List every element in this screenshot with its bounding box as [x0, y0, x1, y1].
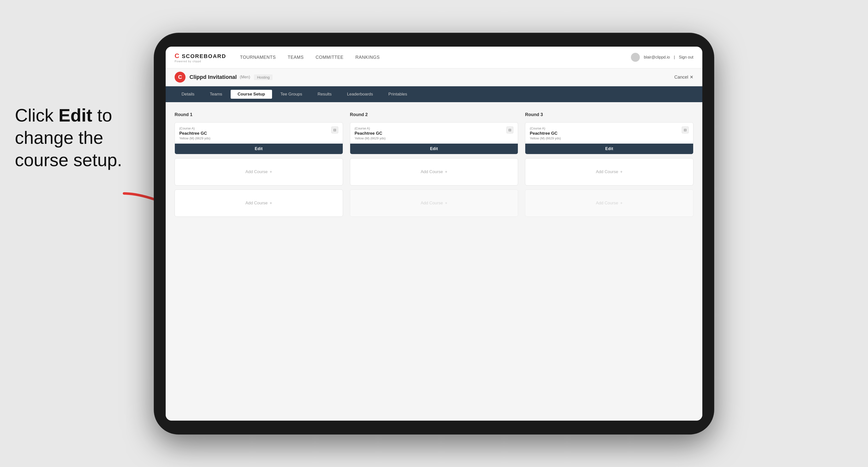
instruction-prefix: Click	[15, 105, 59, 125]
round-3-course-name: Peachtree GC	[530, 131, 682, 136]
round-1-course-info: (Course A) Peachtree GC Yellow (M) (6629…	[179, 126, 331, 140]
nav-committee[interactable]: COMMITTEE	[316, 55, 344, 60]
round-3-course-details: Yellow (M) (6629 yds)	[530, 136, 682, 140]
round-1-add-course-2-label: Add Course	[245, 200, 268, 206]
tournament-name: Clippd Invitational	[189, 74, 237, 80]
round-3-course-card: (Course A) Peachtree GC Yellow (M) (6629…	[525, 122, 693, 154]
app-logo-title: C SCOREBOARD	[175, 52, 226, 60]
round-3-add-course-2: Add Course +	[525, 189, 693, 217]
sign-out-link[interactable]: Sign out	[679, 55, 693, 60]
round-2-add-course-1-label: Add Course	[421, 169, 443, 174]
app-logo-subtitle: Powered by clippd	[175, 60, 226, 63]
logo-area: C SCOREBOARD Powered by clippd	[175, 52, 226, 63]
tournament-gender: (Men)	[240, 75, 250, 80]
round-2-delete-button[interactable]: ⊟	[506, 126, 514, 133]
user-avatar	[631, 53, 640, 62]
round-2-column: Round 2 (Course A) Peachtree GC Yellow (…	[350, 112, 518, 217]
round-2-plus-icon-1: +	[445, 169, 447, 174]
round-2-course-header: (Course A) Peachtree GC Yellow (M) (6629…	[350, 123, 518, 144]
round-3-add-course-2-label: Add Course	[596, 200, 618, 206]
tab-leaderboards[interactable]: Leaderboards	[340, 90, 380, 99]
round-2-course-name: Peachtree GC	[354, 131, 507, 136]
round-2-add-course-2: Add Course +	[350, 189, 518, 217]
round-1-course-name: Peachtree GC	[179, 131, 331, 136]
top-nav: C SCOREBOARD Powered by clippd TOURNAMEN…	[166, 46, 702, 68]
tournament-logo-letter: C	[178, 74, 182, 80]
round-2-edit-button[interactable]: Edit	[350, 144, 518, 154]
round-1-add-course-1-label: Add Course	[245, 169, 268, 174]
round-3-add-course-1-label: Add Course	[596, 169, 618, 174]
round-2-label: Round 2	[350, 112, 518, 117]
round-1-course-card: (Course A) Peachtree GC Yellow (M) (6629…	[175, 122, 343, 154]
sub-header: C Clippd Invitational (Men) Hosting Canc…	[166, 68, 702, 86]
round-1-course-header: (Course A) Peachtree GC Yellow (M) (6629…	[175, 123, 343, 144]
hosting-badge: Hosting	[254, 74, 273, 80]
round-3-course-label: (Course A)	[530, 126, 682, 130]
tab-tee-groups[interactable]: Tee Groups	[274, 90, 309, 99]
round-1-course-label: (Course A)	[179, 126, 331, 130]
user-email: blair@clippd.io	[644, 55, 670, 60]
round-1-column: Round 1 (Course A) Peachtree GC Yellow (…	[175, 112, 343, 217]
tab-results[interactable]: Results	[310, 90, 339, 99]
nav-links: TOURNAMENTS TEAMS COMMITTEE RANKINGS	[240, 55, 631, 60]
nav-teams[interactable]: TEAMS	[288, 55, 304, 60]
round-3-plus-icon-1: +	[620, 169, 623, 174]
round-1-course-details: Yellow (M) (6629 yds)	[179, 136, 331, 140]
tab-printables[interactable]: Printables	[381, 90, 414, 99]
round-2-course-info: (Course A) Peachtree GC Yellow (M) (6629…	[354, 126, 507, 140]
instruction-text: Click Edit tochange thecourse setup.	[15, 104, 122, 171]
cancel-icon: ✕	[690, 74, 693, 80]
tab-teams[interactable]: Teams	[203, 90, 229, 99]
logo-letter: C	[175, 52, 180, 60]
round-3-delete-button[interactable]: ⊟	[682, 126, 689, 133]
trash-icon-2: ⊟	[508, 128, 512, 132]
round-1-plus-icon-2: +	[270, 200, 272, 206]
round-1-delete-button[interactable]: ⊟	[331, 126, 338, 133]
round-1-plus-icon-1: +	[270, 169, 272, 174]
round-3-add-course-1[interactable]: Add Course +	[525, 158, 693, 186]
tab-course-setup[interactable]: Course Setup	[230, 90, 272, 99]
round-2-course-label: (Course A)	[354, 126, 507, 130]
round-3-column: Round 3 (Course A) Peachtree GC Yellow (…	[525, 112, 693, 217]
round-1-add-course-1[interactable]: Add Course +	[175, 158, 343, 186]
tablet-screen: C SCOREBOARD Powered by clippd TOURNAMEN…	[166, 46, 702, 421]
main-content: Round 1 (Course A) Peachtree GC Yellow (…	[166, 102, 702, 421]
round-3-edit-button[interactable]: Edit	[525, 144, 693, 154]
round-3-label: Round 3	[525, 112, 693, 117]
round-3-plus-icon-2: +	[620, 200, 623, 206]
round-3-course-header: (Course A) Peachtree GC Yellow (M) (6629…	[525, 123, 693, 144]
nav-tournaments[interactable]: TOURNAMENTS	[240, 55, 276, 60]
round-3-course-info: (Course A) Peachtree GC Yellow (M) (6629…	[530, 126, 682, 140]
round-2-plus-icon-2: +	[445, 200, 447, 206]
nav-rankings[interactable]: RANKINGS	[355, 55, 380, 60]
rounds-container: Round 1 (Course A) Peachtree GC Yellow (…	[175, 112, 693, 217]
round-2-add-course-2-label: Add Course	[421, 200, 443, 206]
trash-icon: ⊟	[333, 128, 336, 132]
tab-details[interactable]: Details	[175, 90, 202, 99]
round-2-add-course-1[interactable]: Add Course +	[350, 158, 518, 186]
trash-icon-3: ⊟	[684, 128, 687, 132]
round-1-label: Round 1	[175, 112, 343, 117]
round-2-course-details: Yellow (M) (6629 yds)	[354, 136, 507, 140]
tab-bar: Details Teams Course Setup Tee Groups Re…	[166, 86, 702, 102]
nav-separator: |	[674, 55, 675, 60]
round-1-add-course-2[interactable]: Add Course +	[175, 189, 343, 217]
round-2-course-card: (Course A) Peachtree GC Yellow (M) (6629…	[350, 122, 518, 154]
instruction-bold: Edit	[59, 105, 92, 125]
tournament-logo: C	[175, 72, 186, 83]
tablet-device: C SCOREBOARD Powered by clippd TOURNAMEN…	[154, 33, 714, 435]
round-1-edit-button[interactable]: Edit	[175, 144, 343, 154]
cancel-button[interactable]: Cancel ✕	[674, 74, 693, 80]
nav-right: blair@clippd.io | Sign out	[631, 53, 693, 62]
